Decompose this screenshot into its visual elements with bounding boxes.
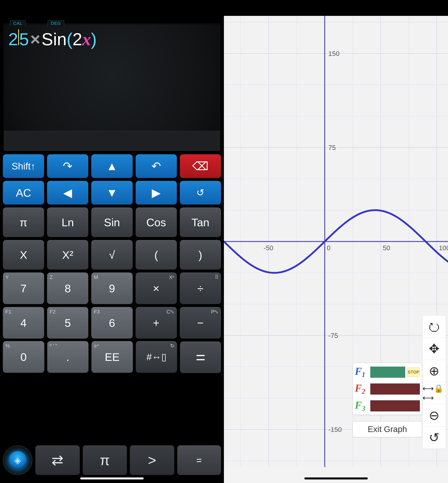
mode-tabs: CAL DEG	[10, 20, 64, 26]
graph-tools: ⭮ ✥ ⊕ ⟷🔒⟷ ⊖ ↺	[422, 315, 446, 449]
history-button[interactable]: ↺	[180, 181, 221, 205]
sin-button[interactable]: Sin	[91, 207, 133, 237]
digit-4-button[interactable]: F14	[3, 307, 44, 339]
keypad: Shift↑ ↷ ▲ ↶ ⌫ AC ◀ ▼ ▶ ↺ π Ln Sin Cos T…	[0, 151, 224, 444]
swap-icon: ⇄	[52, 452, 64, 468]
ln-button[interactable]: Ln	[47, 207, 88, 237]
decimal-button[interactable]: º ' ".	[47, 341, 89, 373]
equals-mini-button[interactable]: =	[177, 445, 221, 475]
svg-text:0: 0	[327, 244, 330, 252]
down-button[interactable]: ▼	[91, 181, 133, 205]
diamond-icon: ◈	[14, 455, 21, 465]
cursor	[18, 29, 19, 45]
home-indicator	[80, 477, 144, 479]
digit-6-button[interactable]: F36	[91, 307, 133, 339]
divide-button[interactable]: ⠿÷	[180, 272, 221, 304]
digit-8-button[interactable]: Z8	[47, 272, 88, 304]
multiply-button[interactable]: Xⁿ×	[136, 272, 177, 304]
lock-pan-tool[interactable]: ⟷🔒⟷	[423, 382, 446, 404]
function-label: F2	[355, 382, 368, 396]
app-menu-button[interactable]: ◈	[3, 445, 32, 475]
redo-button[interactable]: ↷	[47, 154, 88, 178]
digit-7-button[interactable]: Y7	[3, 272, 44, 304]
undo-button[interactable]: ↶	[136, 154, 177, 178]
zoom-in-icon: ⊕	[429, 364, 440, 378]
stop-button[interactable]: STOP	[407, 368, 420, 377]
svg-text:-50: -50	[264, 244, 273, 252]
expression-text: 25 × Sin ( 2 x )	[8, 29, 216, 48]
history-icon: ↺	[196, 188, 204, 197]
lock-move-icon: ⟷🔒⟷	[423, 384, 446, 402]
format-button[interactable]: ↻#↔▯	[136, 341, 177, 373]
x-squared-button[interactable]: X²	[47, 240, 88, 270]
svg-text:75: 75	[328, 144, 336, 151]
pi-button[interactable]: π	[3, 207, 44, 237]
calculator-pane: CAL DEG 25 × Sin ( 2 x ) Shift↑ ↷ ▲ ↶ ⌫ …	[0, 0, 224, 483]
refresh-icon: ⭮	[428, 319, 440, 334]
up-button[interactable]: ▲	[91, 154, 133, 178]
redo-icon: ↷	[63, 160, 72, 172]
home-indicator	[304, 477, 368, 479]
backspace-button[interactable]: ⌫	[180, 154, 221, 178]
caret-up-icon: ▲	[106, 160, 118, 172]
svg-text:-150: -150	[328, 426, 342, 433]
lparen-button[interactable]: (	[136, 240, 177, 270]
sqrt-button[interactable]: √	[91, 240, 133, 270]
function-legend: F1STOPF2F3	[353, 363, 422, 415]
swap-button[interactable]: ⇄	[35, 445, 80, 475]
cos-button[interactable]: Cos	[136, 207, 177, 237]
crosshair-icon: ✥	[429, 341, 440, 356]
right-button[interactable]: ▶	[136, 181, 177, 205]
function-label: F1	[355, 365, 368, 379]
digit-0-button[interactable]: %0	[3, 341, 44, 373]
refresh-tool[interactable]: ⭮	[423, 315, 446, 338]
x-button[interactable]: X	[3, 240, 44, 270]
function-color-swatch[interactable]	[370, 384, 420, 394]
backspace-icon: ⌫	[192, 160, 208, 172]
expression-display: CAL DEG 25 × Sin ( 2 x )	[4, 24, 220, 151]
digit-5-button[interactable]: F25	[47, 307, 88, 339]
function-row-f1[interactable]: F1STOP	[355, 365, 420, 379]
back-tool[interactable]: ↺	[423, 426, 446, 449]
ee-button[interactable]: eˣEE	[91, 341, 133, 373]
status-bar	[224, 0, 448, 16]
next-button[interactable]: >	[130, 445, 174, 475]
recenter-tool[interactable]: ✥	[423, 338, 446, 360]
equals-button[interactable]: =	[180, 341, 221, 373]
svg-text:-75: -75	[328, 332, 338, 339]
bottom-toolbar: ◈ ⇄ π > =	[0, 444, 224, 483]
function-color-swatch[interactable]	[370, 367, 405, 378]
digit-9-button[interactable]: M9	[91, 272, 133, 304]
function-label: F3	[355, 399, 368, 413]
zoom-out-tool[interactable]: ⊖	[423, 404, 446, 426]
rparen-button[interactable]: )	[180, 240, 221, 270]
subtract-button[interactable]: Pⁿₖ−	[180, 307, 221, 339]
pi-footer-button[interactable]: π	[83, 445, 127, 475]
mode-deg: DEG	[48, 20, 64, 26]
exit-graph-button[interactable]: Exit Graph	[353, 421, 422, 437]
function-row-f3[interactable]: F3	[355, 399, 420, 413]
tan-button[interactable]: Tan	[180, 207, 221, 237]
zoom-out-icon: ⊖	[429, 408, 440, 423]
graph-pane: 15075-75-150-50050100 F1STOPF2F3 Exit Gr…	[224, 0, 448, 483]
all-clear-button[interactable]: AC	[3, 181, 44, 205]
back-icon: ↺	[429, 430, 440, 445]
caret-right-icon: ▶	[152, 187, 161, 198]
undo-icon: ↶	[151, 160, 161, 172]
result-strip	[4, 131, 220, 151]
function-row-f2[interactable]: F2	[355, 382, 420, 396]
zoom-in-tool[interactable]: ⊕	[423, 360, 446, 382]
caret-left-icon: ◀	[63, 187, 72, 198]
mode-cal: CAL	[10, 20, 26, 26]
svg-text:100: 100	[439, 244, 448, 252]
shift-button[interactable]: Shift↑	[3, 154, 44, 178]
add-button[interactable]: Cⁿₖ+	[136, 307, 177, 339]
svg-text:150: 150	[328, 50, 340, 57]
svg-text:50: 50	[383, 244, 390, 252]
left-button[interactable]: ◀	[47, 181, 88, 205]
caret-down-icon: ▼	[106, 187, 118, 198]
function-color-swatch[interactable]	[370, 400, 420, 411]
